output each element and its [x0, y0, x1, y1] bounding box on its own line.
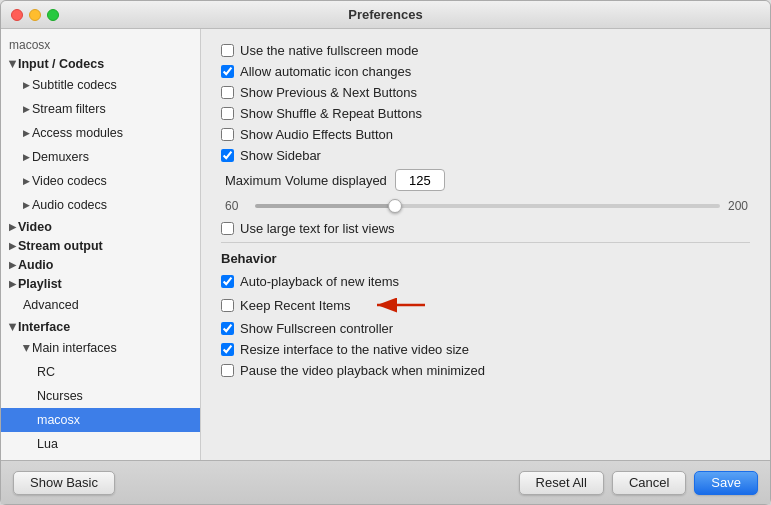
max-volume-label: Maximum Volume displayed [225, 173, 387, 188]
sidebar-item-video[interactable]: ▶ Video [1, 217, 200, 236]
volume-slider-thumb[interactable] [388, 199, 402, 213]
slider-max-label: 200 [728, 199, 750, 213]
checkbox-row-keep-recent: Keep Recent Items [221, 295, 750, 315]
shuffle-repeat-checkbox[interactable] [221, 107, 234, 120]
slider-row: 60 200 [221, 199, 750, 213]
sidebar-item-audio[interactable]: ▶ Audio [1, 255, 200, 274]
arrow-indicator [367, 295, 427, 315]
expand-icon: ▶ [9, 260, 16, 270]
show-basic-button[interactable]: Show Basic [13, 471, 115, 495]
sidebar-item-input-codecs[interactable]: ▶ Input / Codecs [1, 54, 200, 73]
sidebar-item-macosx[interactable]: macosx [1, 408, 200, 432]
pause-minimized-checkbox[interactable] [221, 364, 234, 377]
pause-minimized-label[interactable]: Pause the video playback when minimized [240, 363, 485, 378]
window-title: Preferences [348, 7, 422, 22]
expand-icon: ▶ [23, 78, 30, 92]
resize-native-checkbox[interactable] [221, 343, 234, 356]
checkbox-row-pause-minimized: Pause the video playback when minimized [221, 363, 750, 378]
cancel-button[interactable]: Cancel [612, 471, 686, 495]
native-fullscreen-checkbox[interactable] [221, 44, 234, 57]
checkbox-row-fullscreen-controller: Show Fullscreen controller [221, 321, 750, 336]
red-arrow-icon [367, 295, 427, 315]
behavior-title: Behavior [221, 251, 750, 266]
expand-icon: ▶ [23, 102, 30, 116]
auto-icon-label[interactable]: Allow automatic icon changes [240, 64, 411, 79]
checkbox-row-shuffle-repeat: Show Shuffle & Repeat Buttons [221, 106, 750, 121]
sidebar-item-ncurses[interactable]: Ncurses [1, 384, 200, 408]
expand-icon: ▶ [9, 222, 16, 232]
resize-native-label[interactable]: Resize interface to the native video siz… [240, 342, 469, 357]
checkbox-row-resize-native: Resize interface to the native video siz… [221, 342, 750, 357]
expand-icon: ▶ [23, 150, 30, 164]
checkbox-row-auto-playback: Auto-playback of new items [221, 274, 750, 289]
audio-effects-label[interactable]: Show Audio Effects Button [240, 127, 393, 142]
checkbox-row-prev-next: Show Previous & Next Buttons [221, 85, 750, 100]
slider-min-label: 60 [225, 199, 247, 213]
prev-next-checkbox[interactable] [221, 86, 234, 99]
large-text-checkbox[interactable] [221, 222, 234, 235]
sidebar-item-access-modules[interactable]: ▶ Access modules [1, 121, 200, 145]
sidebar-item-main-interfaces[interactable]: ▶ Main interfaces [1, 336, 200, 360]
expand-icon: ▶ [23, 174, 30, 188]
sidebar-item-demuxers[interactable]: ▶ Demuxers [1, 145, 200, 169]
divider [221, 242, 750, 243]
expand-icon: ▶ [9, 279, 16, 289]
expand-icon: ▶ [23, 126, 30, 140]
keep-recent-label[interactable]: Keep Recent Items [240, 298, 351, 313]
sidebar-item-rc[interactable]: RC [1, 360, 200, 384]
sidebar-item-playlist[interactable]: ▶ Playlist [1, 274, 200, 293]
keep-recent-checkbox[interactable] [221, 299, 234, 312]
expand-icon: ▶ [23, 198, 30, 212]
sidebar: macosx ▶ Input / Codecs ▶ Subtitle codec… [1, 29, 201, 460]
titlebar: Preferences [1, 1, 770, 29]
max-volume-input[interactable] [395, 169, 445, 191]
checkbox-row-native-fullscreen: Use the native fullscreen mode [221, 43, 750, 58]
native-fullscreen-label[interactable]: Use the native fullscreen mode [240, 43, 418, 58]
show-sidebar-checkbox[interactable] [221, 149, 234, 162]
sidebar-item-audio-codecs[interactable]: ▶ Audio codecs [1, 193, 200, 217]
sidebar-item-stream-filters[interactable]: ▶ Stream filters [1, 97, 200, 121]
checkbox-row-audio-effects: Show Audio Effects Button [221, 127, 750, 142]
sidebar-item-stream-output[interactable]: ▶ Stream output [1, 236, 200, 255]
expand-icon: ▶ [9, 241, 16, 251]
maximize-button[interactable] [47, 9, 59, 21]
minimize-button[interactable] [29, 9, 41, 21]
checkbox-row-auto-icon: Allow automatic icon changes [221, 64, 750, 79]
action-buttons: Reset All Cancel Save [519, 471, 758, 495]
expand-icon: ▶ [8, 61, 18, 68]
expand-icon: ▶ [19, 344, 33, 351]
sidebar-item-advanced[interactable]: Advanced [1, 293, 200, 317]
save-button[interactable]: Save [694, 471, 758, 495]
content-area: macosx ▶ Input / Codecs ▶ Subtitle codec… [1, 29, 770, 460]
audio-effects-checkbox[interactable] [221, 128, 234, 141]
fullscreen-controller-label[interactable]: Show Fullscreen controller [240, 321, 393, 336]
large-text-label[interactable]: Use large text for list views [240, 221, 395, 236]
checkbox-row-large-text: Use large text for list views [221, 221, 750, 236]
auto-icon-checkbox[interactable] [221, 65, 234, 78]
preferences-window: Preferences macosx ▶ Input / Codecs ▶ Su… [0, 0, 771, 505]
checkbox-row-show-sidebar: Show Sidebar [221, 148, 750, 163]
auto-playback-label[interactable]: Auto-playback of new items [240, 274, 399, 289]
max-volume-row: Maximum Volume displayed [221, 169, 750, 191]
expand-icon: ▶ [8, 324, 18, 331]
traffic-lights [11, 9, 59, 21]
main-panel: Use the native fullscreen mode Allow aut… [201, 29, 770, 460]
close-button[interactable] [11, 9, 23, 21]
shuffle-repeat-label[interactable]: Show Shuffle & Repeat Buttons [240, 106, 422, 121]
sidebar-item-interface[interactable]: ▶ Interface [1, 317, 200, 336]
sidebar-macosx-label: macosx [1, 35, 200, 54]
reset-all-button[interactable]: Reset All [519, 471, 604, 495]
sidebar-item-lua[interactable]: Lua [1, 432, 200, 456]
sidebar-item-video-codecs[interactable]: ▶ Video codecs [1, 169, 200, 193]
show-sidebar-label[interactable]: Show Sidebar [240, 148, 321, 163]
prev-next-label[interactable]: Show Previous & Next Buttons [240, 85, 417, 100]
volume-slider-track[interactable] [255, 204, 720, 208]
bottom-bar: Show Basic Reset All Cancel Save [1, 460, 770, 504]
fullscreen-controller-checkbox[interactable] [221, 322, 234, 335]
sidebar-item-subtitle-codecs[interactable]: ▶ Subtitle codecs [1, 73, 200, 97]
auto-playback-checkbox[interactable] [221, 275, 234, 288]
